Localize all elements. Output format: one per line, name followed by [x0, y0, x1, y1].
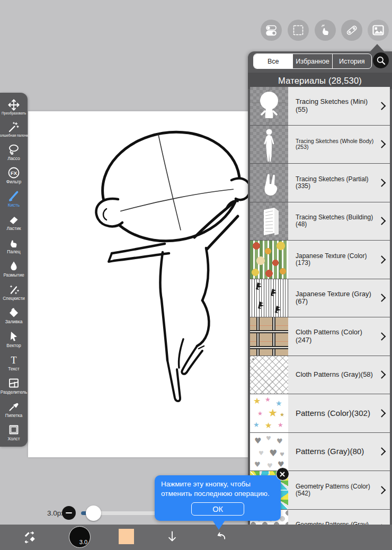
material-label: Patterns (Gray)(80) [296, 447, 364, 456]
tool-options-button[interactable] [261, 20, 282, 41]
sidebar-tool-15[interactable]: Холст [0, 423, 28, 441]
material-label: Geometry Patterns (Color)(542) [296, 483, 376, 497]
blur-icon [7, 260, 20, 272]
brush-size-button[interactable]: 3.0 [69, 526, 91, 548]
material-icon [371, 23, 385, 37]
material-thumbnail-tracing-mini [250, 87, 288, 125]
tooltip-text: Нажмите эту кнопку, чтобы отменить после… [161, 480, 274, 499]
sidebar-tool-3[interactable]: Лассо [0, 143, 28, 161]
svg-text:♥: ♥ [269, 448, 277, 458]
swap-brush-eraser-icon [21, 529, 38, 546]
material-thumbnail-patterns-color: ★★★★★★★★★ [250, 394, 288, 432]
material-thumbnail-tracing-building [250, 202, 288, 241]
sidebar-tool-label: Вектор [6, 343, 21, 348]
tab-История[interactable]: История [333, 54, 371, 68]
panel-callout-arrow [370, 44, 385, 52]
fx-icon: FX [7, 166, 20, 179]
material-label: Patterns (Color)(302) [296, 409, 370, 418]
toggles-icon [264, 23, 278, 37]
material-row[interactable]: Tracing Sketches (Building)(48) [250, 202, 390, 241]
chevron-right-icon [378, 486, 386, 494]
chevron-right-icon [378, 294, 386, 302]
material-label: Japanese Texture (Color)(173) [296, 253, 376, 267]
search-button[interactable] [373, 52, 389, 68]
decrease-size-button[interactable] [62, 506, 76, 520]
material-row[interactable]: ★★★★★★★★★Patterns (Color)(302) [250, 394, 390, 432]
ruler-icon [345, 23, 359, 37]
divider-icon [7, 377, 20, 389]
selection-button[interactable] [288, 20, 309, 41]
search-icon [376, 55, 386, 66]
swap-brush-eraser-button[interactable] [21, 529, 38, 546]
sidebar-tool-14[interactable]: Пипетка [0, 400, 28, 418]
chevron-right-icon [378, 140, 386, 148]
material-row[interactable]: Tracing Sketches (Partial)(335) [250, 164, 390, 202]
sidebar-tool-10[interactable]: Заливка [0, 306, 28, 324]
svg-text:T: T [11, 354, 17, 365]
material-row[interactable]: Japanese Texture (Gray)(67) [250, 279, 390, 317]
material-row[interactable]: Cloth Patterns (Color)(247) [250, 317, 390, 356]
sketch-drawing [28, 111, 249, 457]
tooltip-close-button[interactable] [276, 467, 289, 481]
chevron-right-icon [378, 102, 386, 110]
material-thumbnail-japanese-color [250, 241, 288, 279]
material-row[interactable]: Tracing Sketches (Mini)(55) [250, 87, 390, 125]
svg-text:★: ★ [253, 396, 261, 406]
sidebar-tool-label: Спецкисти [3, 296, 25, 301]
sidebar-tool-4[interactable]: FX Фильтр [0, 166, 28, 184]
tooltip-pointer [212, 520, 225, 530]
material-row[interactable]: ♥♥♥♥♥♥♥♥♥Patterns (Gray)(80) [250, 433, 390, 471]
fill-icon [7, 306, 20, 319]
tab-Все[interactable]: Все [254, 54, 293, 68]
sidebar-tool-8[interactable]: Размытие [0, 260, 28, 278]
gesture-button[interactable] [315, 20, 336, 41]
sidebar-tool-6[interactable]: Ластик [0, 213, 28, 231]
chevron-right-icon [378, 332, 386, 341]
materials-tabs-row: ВсеИзбранноеИстория [248, 51, 392, 73]
sidebar-tool-label: Фильтр [6, 180, 22, 184]
svg-text:♥: ♥ [267, 462, 273, 469]
chevron-right-icon [378, 255, 386, 264]
sidebar-tool-11[interactable]: Вектор [0, 330, 28, 348]
material-label: Tracing Sketches (Whole Body)(253) [296, 138, 376, 150]
material-thumbnail-cloth-color [250, 317, 288, 356]
undo-button[interactable] [212, 529, 227, 544]
sidebar-tool-label: Палец [7, 250, 20, 254]
sidebar-tool-7[interactable]: Палец [0, 236, 28, 254]
drawing-canvas[interactable] [28, 111, 249, 457]
svg-text:★: ★ [257, 410, 263, 417]
material-thumbnail-tracing-whole [250, 126, 288, 164]
material-row[interactable]: Japanese Texture (Color)(173) [250, 241, 390, 279]
material-row[interactable]: Tracing Sketches (Whole Body)(253) [250, 126, 390, 164]
sidebar-tool-5[interactable]: Кисть [0, 190, 28, 208]
sidebar-tool-13[interactable]: Разделитель [0, 377, 28, 395]
brush-icon [7, 190, 20, 202]
material-thumbnail-cloth-gray [250, 356, 288, 394]
color-swatch-button[interactable] [119, 529, 134, 544]
chevron-right-icon [378, 217, 386, 225]
size-slider-thumb[interactable] [86, 505, 101, 521]
sidebar-tool-label: Кисть [8, 203, 20, 208]
selection-icon [291, 23, 305, 37]
sidebar-tool-2[interactable]: Волшебная палочка [0, 121, 28, 138]
sidebar-tool-1[interactable]: Преобразовать [0, 99, 28, 116]
sidebar-tool-label: Пипетка [5, 413, 22, 418]
material-row[interactable]: Cloth Patterns (Gray)(58) [250, 356, 390, 394]
brush-size-value: 3.0 [79, 539, 87, 545]
svg-text:♥: ♥ [280, 451, 284, 457]
svg-text:♥: ♥ [259, 450, 264, 457]
chevron-right-icon [378, 447, 386, 456]
tooltip-ok-button[interactable]: ОК [191, 502, 244, 516]
collapse-button[interactable] [165, 529, 180, 544]
text-icon: T [7, 353, 20, 366]
material-label: Japanese Texture (Gray)(67) [296, 290, 376, 306]
sidebar-tool-12[interactable]: T Текст [0, 353, 28, 371]
sidebar-tool-9[interactable]: Спецкисти [0, 283, 28, 301]
finger-icon [7, 236, 20, 249]
ruler-button[interactable] [341, 20, 362, 41]
material-label: Cloth Patterns (Gray)(58) [296, 371, 373, 378]
sidebar-tool-label: Заливка [5, 320, 23, 324]
materials-button[interactable] [368, 20, 389, 41]
sidebar-tool-label: Волшебная палочка [0, 134, 30, 138]
tab-Избранное[interactable]: Избранное [293, 54, 332, 68]
